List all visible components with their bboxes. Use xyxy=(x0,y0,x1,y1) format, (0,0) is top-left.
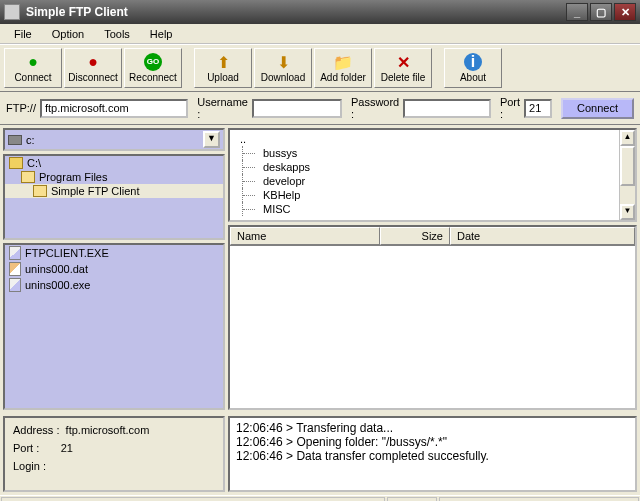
info-port-label: Port : xyxy=(13,442,39,454)
tree-label: C:\ xyxy=(27,157,41,169)
file-icon xyxy=(9,278,21,292)
refresh-icon: GO xyxy=(144,53,162,71)
port-input[interactable] xyxy=(524,99,552,118)
info-icon: i xyxy=(464,53,482,71)
about-button[interactable]: iAbout xyxy=(444,48,502,88)
upload-icon: ⬆ xyxy=(214,53,232,71)
remote-dir-item[interactable]: developr xyxy=(242,174,629,188)
scrollbar[interactable]: ▲▼ xyxy=(619,130,635,220)
password-label: Password : xyxy=(351,96,399,120)
file-item[interactable]: FTPCLIENT.EXE xyxy=(5,245,223,261)
folder-icon xyxy=(21,171,35,183)
drive-icon xyxy=(8,135,22,145)
menu-option[interactable]: Option xyxy=(42,26,94,42)
log-line: 12:06:46 > Transfering data... xyxy=(236,421,629,435)
scroll-up-icon[interactable]: ▲ xyxy=(620,130,635,146)
chevron-down-icon[interactable]: ▼ xyxy=(203,131,220,148)
close-button[interactable]: ✕ xyxy=(614,3,636,21)
connect-go-button[interactable]: Connect xyxy=(561,98,634,119)
upload-button[interactable]: ⬆Upload xyxy=(194,48,252,88)
tree-item[interactable]: Program Files xyxy=(5,170,223,184)
col-size[interactable]: Size xyxy=(380,227,450,245)
ftp-label: FTP:// xyxy=(6,102,36,114)
remote-dir-item[interactable]: MISC xyxy=(242,202,629,216)
username-label: Username : xyxy=(197,96,248,120)
folder-icon xyxy=(9,157,23,169)
bottom-area: Address : ftp.microsoft.com Port : 21 Lo… xyxy=(0,413,640,495)
folder-icon xyxy=(33,185,47,197)
file-item[interactable]: unins000.dat xyxy=(5,261,223,277)
file-icon xyxy=(9,246,21,260)
address-bar: FTP:// Username : Password : Port : Conn… xyxy=(0,92,640,125)
ftp-address-input[interactable] xyxy=(40,99,188,118)
log-line: 12:06:46 > Data transfer completed succe… xyxy=(236,449,629,463)
log-line: 12:06:46 > Opening folder: "/bussys/*.*" xyxy=(236,435,629,449)
delete-file-button[interactable]: ✕Delete file xyxy=(374,48,432,88)
minimize-button[interactable]: _ xyxy=(566,3,588,21)
menu-tools[interactable]: Tools xyxy=(94,26,140,42)
log-panel[interactable]: 12:06:46 > Transfering data...12:06:46 >… xyxy=(228,416,637,492)
menu-file[interactable]: File xyxy=(4,26,42,42)
remote-root[interactable]: .. xyxy=(236,132,629,146)
col-name[interactable]: Name xyxy=(230,227,380,245)
scroll-down-icon[interactable]: ▼ xyxy=(620,204,635,220)
local-column: c: ▼ C:\Program FilesSimple FTP Client F… xyxy=(3,128,225,410)
connection-info: Address : ftp.microsoft.com Port : 21 Lo… xyxy=(3,416,225,492)
drive-selector[interactable]: c: ▼ xyxy=(3,128,225,151)
info-login-label: Login : xyxy=(13,460,46,472)
info-port-value: 21 xyxy=(61,442,73,454)
download-button[interactable]: ⬇Download xyxy=(254,48,312,88)
play-icon: ● xyxy=(24,53,42,71)
info-addr-value: ftp.microsoft.com xyxy=(66,424,150,436)
list-body[interactable] xyxy=(230,246,635,408)
file-name: unins000.dat xyxy=(25,263,88,275)
folder-plus-icon: 📁 xyxy=(334,53,352,71)
disconnect-button[interactable]: ●Disconnect xyxy=(64,48,122,88)
download-icon: ⬇ xyxy=(274,53,292,71)
remote-dir-item[interactable]: KBHelp xyxy=(242,188,629,202)
remote-dirs[interactable]: .. bussysdeskappsdeveloprKBHelpMISC▲▼ xyxy=(228,128,637,222)
add-folder-button[interactable]: 📁Add folder xyxy=(314,48,372,88)
drive-selected: c: xyxy=(26,134,35,146)
delete-icon: ✕ xyxy=(394,53,412,71)
maximize-button[interactable]: ▢ xyxy=(590,3,612,21)
file-item[interactable]: unins000.exe xyxy=(5,277,223,293)
remote-dir-item[interactable]: deskapps xyxy=(242,160,629,174)
port-label: Port : xyxy=(500,96,520,120)
info-addr-label: Address : xyxy=(13,424,59,436)
tree-label: Program Files xyxy=(39,171,107,183)
tree-item[interactable]: C:\ xyxy=(5,156,223,170)
col-date[interactable]: Date xyxy=(450,227,635,245)
tree-label: Simple FTP Client xyxy=(51,185,139,197)
tree-item[interactable]: Simple FTP Client xyxy=(5,184,223,198)
remote-file-list[interactable]: Name Size Date xyxy=(228,225,637,410)
file-name: unins000.exe xyxy=(25,279,90,291)
window-title: Simple FTP Client xyxy=(26,5,128,19)
local-files[interactable]: FTPCLIENT.EXEunins000.datunins000.exe xyxy=(3,243,225,410)
reconnect-button[interactable]: GOReconnect xyxy=(124,48,182,88)
main-area: c: ▼ C:\Program FilesSimple FTP Client F… xyxy=(0,125,640,413)
menu-bar: File Option Tools Help xyxy=(0,24,640,44)
scroll-thumb[interactable] xyxy=(620,146,635,186)
file-name: FTPCLIENT.EXE xyxy=(25,247,109,259)
remote-column: .. bussysdeskappsdeveloprKBHelpMISC▲▼ Na… xyxy=(228,128,637,410)
stop-icon: ● xyxy=(84,53,102,71)
menu-help[interactable]: Help xyxy=(140,26,183,42)
toolbar: ●Connect ●Disconnect GOReconnect ⬆Upload… xyxy=(0,44,640,92)
list-header: Name Size Date xyxy=(230,227,635,246)
password-input[interactable] xyxy=(403,99,491,118)
remote-dir-item[interactable]: bussys xyxy=(242,146,629,160)
local-tree[interactable]: C:\Program FilesSimple FTP Client xyxy=(3,154,225,240)
connect-button[interactable]: ●Connect xyxy=(4,48,62,88)
app-icon xyxy=(4,4,20,20)
username-input[interactable] xyxy=(252,99,342,118)
title-bar: Simple FTP Client _ ▢ ✕ xyxy=(0,0,640,24)
status-bar xyxy=(0,495,640,501)
file-icon xyxy=(9,262,21,276)
